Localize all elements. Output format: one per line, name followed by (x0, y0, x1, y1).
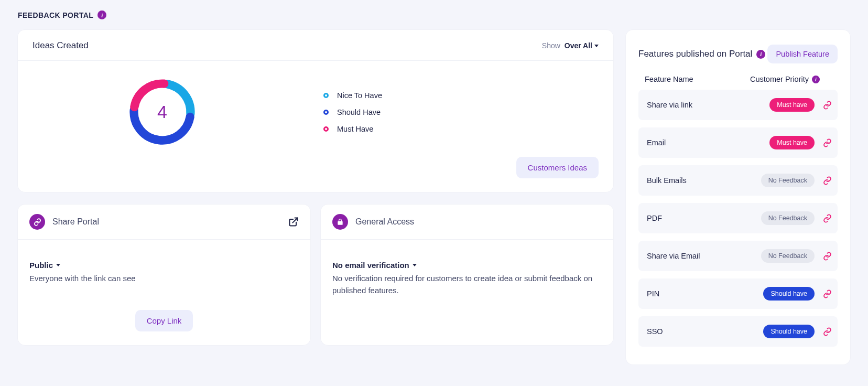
priority-badge: No Feedback (761, 174, 815, 187)
legend-item: Nice To Have (323, 91, 382, 100)
feature-name: Share via link (647, 101, 769, 109)
info-icon[interactable]: i (97, 10, 106, 19)
page-title-row: FEEDBACK PORTAL i (18, 10, 850, 19)
priority-badge: Should have (763, 325, 815, 338)
col-customer-priority: Customer Priority (750, 75, 809, 83)
feature-name: PIN (647, 290, 763, 298)
link-icon[interactable] (822, 101, 832, 110)
feature-row[interactable]: PINShould have (638, 278, 838, 309)
feature-row[interactable]: SSOShould have (638, 316, 838, 347)
legend-item: Must Have (323, 125, 382, 133)
show-dropdown[interactable]: Over All (565, 41, 599, 50)
info-icon[interactable]: i (756, 50, 765, 59)
priority-badge: No Feedback (761, 249, 815, 263)
legend-dot-icon (323, 126, 329, 132)
chevron-down-icon (56, 264, 60, 266)
feature-row[interactable]: Share via linkMust have (638, 90, 838, 120)
info-icon[interactable]: i (812, 76, 820, 83)
access-mode-dropdown[interactable]: No email verification (332, 261, 602, 270)
show-label: Show (542, 41, 560, 50)
feature-name: SSO (647, 327, 763, 336)
share-portal-title: Share Portal (52, 217, 99, 227)
legend-label: Must Have (337, 125, 373, 133)
visibility-dropdown[interactable]: Public (29, 261, 299, 270)
feature-row[interactable]: Share via EmailNo Feedback (638, 241, 838, 271)
link-icon[interactable] (822, 176, 832, 185)
legend-label: Nice To Have (337, 91, 382, 100)
feature-row[interactable]: Bulk EmailsNo Feedback (638, 165, 838, 196)
external-link-icon[interactable] (288, 217, 299, 227)
legend-item: Should Have (323, 108, 382, 116)
link-icon[interactable] (822, 252, 832, 261)
link-icon[interactable] (822, 290, 832, 298)
chevron-down-icon (413, 264, 417, 266)
link-icon (29, 214, 45, 230)
col-feature-name: Feature Name (638, 75, 750, 83)
share-portal-card: Share Portal Public Everyone with the li… (18, 205, 310, 345)
access-mode-desc: No verification required for customers t… (332, 273, 602, 296)
priority-badge: Must have (769, 136, 815, 149)
access-mode-label: No email verification (332, 261, 409, 270)
ideas-total: 4 (127, 77, 198, 147)
legend-dot-icon (323, 110, 329, 115)
general-access-title: General Access (355, 217, 414, 227)
priority-badge: Must have (769, 98, 815, 112)
features-card: Features published on Portal i Publish F… (626, 30, 850, 364)
legend-dot-icon (323, 93, 329, 98)
ideas-legend: Nice To HaveShould HaveMust Have (323, 91, 382, 133)
customers-ideas-button[interactable]: Customers Ideas (516, 157, 599, 178)
priority-badge: No Feedback (761, 211, 815, 225)
lock-icon (332, 214, 348, 230)
visibility-desc: Everyone with the link can see (29, 273, 299, 285)
link-icon[interactable] (822, 327, 832, 336)
visibility-label: Public (29, 261, 53, 270)
features-title: Features published on Portal (638, 49, 752, 59)
ideas-donut-chart: 4 (127, 77, 198, 147)
feature-row[interactable]: EmailMust have (638, 127, 838, 158)
link-icon[interactable] (822, 138, 832, 147)
feature-name: Bulk Emails (647, 176, 761, 185)
publish-feature-button[interactable]: Publish Feature (767, 45, 838, 63)
feature-name: Share via Email (647, 252, 761, 260)
show-value: Over All (565, 41, 592, 50)
ideas-created-card: Ideas Created Show Over All 4 Nice To Ha… (18, 30, 613, 192)
svg-line-0 (292, 218, 297, 223)
chevron-down-icon (594, 45, 599, 47)
general-access-card: General Access No email verification No … (321, 205, 613, 345)
feature-name: Email (647, 138, 769, 147)
copy-link-button[interactable]: Copy Link (135, 310, 193, 331)
legend-label: Should Have (337, 108, 381, 116)
feature-row[interactable]: PDFNo Feedback (638, 203, 838, 233)
feature-name: PDF (647, 214, 761, 222)
link-icon[interactable] (822, 214, 832, 223)
priority-badge: Should have (763, 287, 815, 301)
page-title: FEEDBACK PORTAL (18, 11, 93, 19)
ideas-title: Ideas Created (32, 40, 89, 51)
